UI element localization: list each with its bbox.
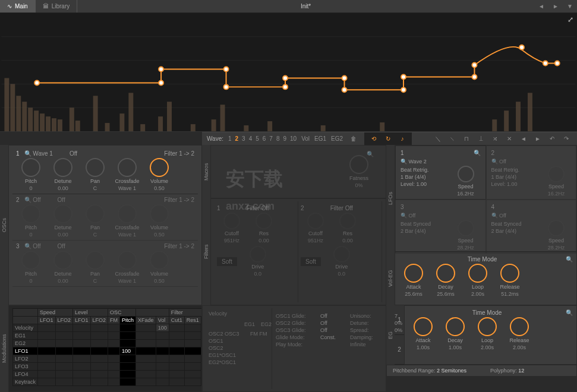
tab-library[interactable]: 🏛 Library — [36, 0, 78, 12]
pb-val[interactable]: 2 Semitones — [437, 368, 466, 374]
wave-num-5[interactable]: 5 — [256, 135, 259, 142]
info-val[interactable]: 0% — [395, 320, 402, 326]
osc-filter-route[interactable]: Filter 1 -> 2 — [164, 150, 194, 157]
poly-val[interactable]: 12 — [518, 368, 524, 374]
ramp-down-icon[interactable]: ⟍ — [446, 134, 458, 144]
detune-knob[interactable] — [53, 158, 72, 177]
attack-knob[interactable] — [414, 317, 433, 336]
filter-soft-button[interactable]: Soft — [301, 257, 321, 266]
lfo-speed-knob[interactable] — [548, 166, 565, 182]
wave-num-9[interactable]: 9 — [283, 135, 286, 142]
release-knob[interactable] — [510, 317, 529, 336]
pitch-knob[interactable] — [21, 204, 40, 223]
mod-cell[interactable] — [169, 355, 184, 363]
mod-cell[interactable] — [38, 324, 56, 332]
detune-knob[interactable] — [53, 204, 72, 223]
lfo-mode[interactable]: Beat Synced — [491, 221, 522, 227]
mod-cell[interactable] — [169, 347, 184, 355]
volume-knob[interactable] — [150, 158, 169, 177]
redo-icon[interactable]: ↷ — [560, 134, 572, 144]
info-val[interactable]: Off — [320, 320, 344, 326]
lfo-wave[interactable]: 🔍 Off — [491, 213, 572, 219]
mod-cell[interactable] — [136, 324, 156, 332]
mod-cell[interactable] — [169, 340, 184, 347]
filter-mode[interactable]: Filter Off — [330, 205, 353, 211]
mod-cell[interactable] — [156, 332, 169, 340]
mod-cell[interactable] — [55, 347, 73, 355]
mod-cell[interactable] — [156, 371, 169, 378]
pitch-knob[interactable] — [21, 158, 40, 177]
lfo-mode[interactable]: Beat Retrig. — [491, 167, 520, 173]
mod-cell[interactable] — [136, 378, 156, 386]
release-knob[interactable] — [500, 264, 519, 283]
mod-cell[interactable] — [55, 332, 73, 340]
mod-cell[interactable] — [38, 340, 56, 347]
mod-cell[interactable] — [184, 332, 201, 340]
lfo-wave[interactable]: 🔍 Off — [491, 159, 572, 165]
lfo-speed-knob[interactable] — [458, 166, 474, 182]
step-tool-icon[interactable]: ⟘ — [475, 134, 487, 144]
mod-cell[interactable] — [136, 371, 156, 378]
mod-cell[interactable] — [55, 363, 73, 371]
filter-soft-button[interactable]: Soft — [217, 257, 237, 266]
mod-cell[interactable] — [90, 355, 108, 363]
wave-extra-EG1[interactable]: EG1 — [314, 135, 326, 142]
res-knob[interactable] — [256, 213, 272, 229]
mod-cell[interactable] — [38, 371, 56, 378]
lfo-rate[interactable]: 2 Bar (4/4) — [491, 228, 522, 234]
mod-cell[interactable] — [108, 371, 120, 378]
osc-wave-select[interactable]: 🔍 Wave 1 — [24, 150, 53, 157]
osc-off[interactable]: Off — [70, 150, 77, 157]
note-icon[interactable]: ♪ — [396, 134, 408, 144]
mod-cell[interactable] — [73, 324, 91, 332]
mod-cell[interactable] — [120, 371, 136, 378]
mod-cell[interactable]: 100 — [120, 347, 136, 355]
detune-knob[interactable] — [53, 251, 72, 270]
lfo-mode[interactable]: Beat Synced — [401, 221, 431, 227]
res-knob[interactable] — [339, 213, 356, 229]
mod-cell[interactable] — [169, 332, 184, 340]
info-val[interactable] — [320, 342, 344, 347]
lfo-wave[interactable]: 🔍 Wave 2 — [401, 159, 481, 165]
mod-cell[interactable] — [55, 371, 73, 378]
mod-cell[interactable] — [156, 363, 169, 371]
mod-cell[interactable] — [90, 347, 108, 355]
mod-cell[interactable] — [73, 332, 91, 340]
info-val[interactable]: 7 — [395, 313, 398, 319]
mod-cell[interactable] — [156, 355, 169, 363]
wave-num-3[interactable]: 3 — [242, 135, 245, 142]
pan-knob[interactable] — [86, 158, 105, 177]
lfo-speed-knob[interactable] — [548, 220, 565, 236]
wave-extra-EG2[interactable]: EG2 — [331, 135, 343, 142]
mod-cell[interactable] — [169, 378, 184, 386]
wave-num-10[interactable]: 10 — [290, 135, 297, 142]
mod-cell[interactable] — [55, 378, 73, 386]
mod-cell[interactable] — [136, 363, 156, 371]
info-val[interactable]: Off — [320, 313, 344, 319]
osc-off[interactable]: Off — [58, 197, 65, 203]
mod-cell[interactable] — [108, 340, 120, 347]
lfo-level[interactable]: Level: 1.00 — [491, 181, 520, 187]
mod-cell[interactable] — [108, 355, 120, 363]
mod-cell[interactable] — [55, 355, 73, 363]
osc-wave-select[interactable]: 🔍 Off — [24, 243, 41, 249]
wave-num-4[interactable]: 4 — [249, 135, 253, 142]
lfo-level[interactable]: Level: 1.00 — [401, 181, 429, 187]
fatness-knob[interactable] — [349, 155, 368, 174]
waveform-editor[interactable]: ⤢ — [0, 13, 577, 132]
mod-cell[interactable] — [136, 355, 156, 363]
mod-cell[interactable] — [184, 378, 201, 386]
mod-cell[interactable] — [90, 324, 108, 332]
mod-cell[interactable] — [90, 340, 108, 347]
preset-menu-button[interactable]: ▼ — [563, 0, 577, 13]
crossfade-knob[interactable] — [118, 158, 137, 177]
cutoff-knob[interactable] — [223, 213, 240, 229]
prev-preset-button[interactable]: ◄ — [534, 0, 548, 13]
wave-num-2[interactable]: 2 — [235, 135, 239, 142]
wave-num-1[interactable]: 1 — [228, 135, 232, 142]
line-tool-icon[interactable]: ＼ — [432, 134, 444, 144]
mod-cell[interactable] — [136, 340, 156, 347]
wave-num-6[interactable]: 6 — [263, 135, 266, 142]
mod-cell[interactable] — [184, 363, 201, 371]
nav-left-icon[interactable]: ◄ — [518, 134, 529, 144]
